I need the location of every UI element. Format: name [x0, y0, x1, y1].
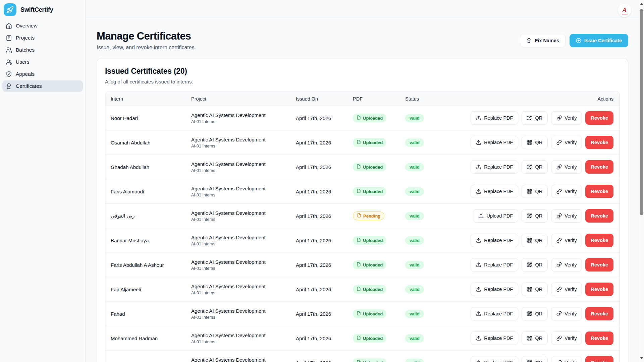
qr-button[interactable]: QR: [522, 160, 548, 174]
sidebar-item-batches[interactable]: Batches: [2, 44, 83, 56]
qr-code-icon: [527, 287, 532, 292]
qr-button[interactable]: QR: [522, 209, 548, 223]
intern-name: Fahad: [105, 311, 186, 317]
pdf-action-button[interactable]: Replace PDF: [471, 283, 518, 296]
pdf-status-badge: Uploaded: [353, 138, 386, 147]
sidebar-item-users[interactable]: Users: [2, 56, 83, 68]
verify-button[interactable]: Verify: [551, 111, 582, 125]
award-icon: [526, 38, 532, 43]
issued-date: April 17th, 2026: [290, 189, 347, 194]
status-badge: valid: [405, 212, 424, 220]
issued-date: April 17th, 2026: [290, 140, 347, 145]
pdf-action-button[interactable]: Replace PDF: [471, 185, 518, 198]
qr-button[interactable]: QR: [522, 258, 548, 272]
batch-label: AI-01 Interns: [191, 315, 290, 320]
pdf-action-button[interactable]: Replace PDF: [471, 136, 518, 149]
revoke-button[interactable]: Revoke: [585, 185, 613, 198]
qr-button[interactable]: QR: [522, 136, 548, 149]
revoke-button[interactable]: Revoke: [585, 283, 613, 296]
users-icon: [6, 47, 12, 53]
intern-name: Fajr Aljameeli: [105, 287, 186, 292]
upload-icon: [476, 262, 481, 267]
revoke-button[interactable]: Revoke: [585, 331, 613, 345]
qr-button[interactable]: QR: [522, 307, 548, 320]
revoke-button[interactable]: Revoke: [585, 234, 613, 247]
verify-button[interactable]: Verify: [551, 356, 582, 362]
pdf-action-button[interactable]: Replace PDF: [471, 356, 518, 362]
scrollbar-up-arrow-icon[interactable]: [640, 3, 643, 5]
status-badge: valid: [405, 334, 424, 343]
certificates-table: InternProjectIssued OnPDFStatusActions N…: [105, 92, 620, 362]
sidebar-item-overview[interactable]: Overview: [2, 20, 83, 32]
column-header-actions: Actions: [450, 96, 620, 102]
file-icon: [357, 336, 361, 341]
sidebar-item-projects[interactable]: Projects: [2, 32, 83, 44]
verify-button[interactable]: Verify: [551, 185, 582, 198]
column-header-intern: Intern: [105, 96, 186, 102]
revoke-button[interactable]: Revoke: [585, 209, 613, 223]
file-icon: [357, 238, 361, 243]
scrollbar[interactable]: [639, 0, 644, 362]
fix-names-button[interactable]: Fix Names: [520, 34, 566, 47]
scrollbar-down-arrow-icon[interactable]: [640, 357, 643, 359]
link-icon: [556, 164, 562, 170]
verify-button[interactable]: Verify: [551, 258, 582, 272]
revoke-button[interactable]: Revoke: [585, 160, 613, 174]
qr-button[interactable]: QR: [522, 111, 548, 125]
page-title: Manage Certificates: [97, 30, 196, 42]
upload-icon: [476, 140, 481, 145]
pdf-status-badge: Uploaded: [353, 260, 386, 269]
sidebar-item-label: Certificates: [16, 83, 42, 89]
table-row: Agentic AI Systems Development AI-01 Int…: [105, 350, 620, 362]
pdf-action-button[interactable]: Replace PDF: [471, 258, 518, 272]
qr-button[interactable]: QR: [522, 234, 548, 247]
verify-button[interactable]: Verify: [551, 331, 582, 345]
topbar: A: [86, 0, 639, 18]
sidebar-nav: Overview Projects Batches Users Appeals …: [2, 20, 83, 92]
revoke-button[interactable]: Revoke: [585, 258, 613, 272]
scrollbar-thumb[interactable]: [640, 9, 643, 215]
issue-certificate-button[interactable]: Issue Certificate: [570, 34, 628, 47]
verify-button[interactable]: Verify: [551, 234, 582, 247]
pdf-action-button[interactable]: Replace PDF: [471, 160, 518, 174]
table-row: Faris Abdullah A Ashour Agentic AI Syste…: [105, 252, 620, 277]
pdf-action-button[interactable]: Replace PDF: [471, 234, 518, 247]
qr-button[interactable]: QR: [522, 283, 548, 296]
qr-button[interactable]: QR: [522, 185, 548, 198]
qr-button[interactable]: QR: [522, 331, 548, 345]
pdf-action-button[interactable]: Upload PDF: [473, 209, 518, 223]
status-badge: valid: [405, 285, 424, 294]
upload-icon: [478, 213, 484, 219]
project-name: Agentic AI Systems Development: [191, 137, 290, 142]
users-round-icon: [6, 59, 12, 65]
status-badge: valid: [405, 114, 424, 122]
project-name: Agentic AI Systems Development: [191, 186, 290, 191]
verify-button[interactable]: Verify: [551, 136, 582, 149]
issued-date: April 17th, 2026: [290, 164, 347, 170]
verify-button[interactable]: Verify: [551, 283, 582, 296]
avatar[interactable]: A: [618, 4, 631, 17]
verify-button[interactable]: Verify: [551, 307, 582, 320]
file-icon: [357, 311, 361, 316]
qr-code-icon: [527, 140, 532, 145]
file-icon: [357, 213, 361, 219]
revoke-button[interactable]: Revoke: [585, 307, 613, 320]
qr-button[interactable]: QR: [522, 356, 548, 362]
verify-button[interactable]: Verify: [551, 160, 582, 174]
revoke-button[interactable]: Revoke: [585, 111, 613, 125]
pdf-action-button[interactable]: Replace PDF: [471, 307, 518, 320]
verify-button[interactable]: Verify: [551, 209, 582, 223]
table-row: Bandar Moshaya Agentic AI Systems Develo…: [105, 228, 620, 252]
main-area: A Manage Certificates Issue, view, and r…: [86, 0, 639, 362]
sidebar-item-certificates[interactable]: Certificates: [2, 80, 83, 92]
page-header: Manage Certificates Issue, view, and rev…: [97, 30, 628, 51]
intern-name: Ghadah Abdullah: [105, 164, 186, 170]
issued-date: April 17th, 2026: [290, 115, 347, 121]
revoke-button[interactable]: Revoke: [585, 356, 613, 362]
pdf-action-button[interactable]: Replace PDF: [471, 331, 518, 345]
sidebar: SwiftCertify Overview Projects Batches U…: [0, 0, 86, 362]
sidebar-item-appeals[interactable]: Appeals: [2, 68, 83, 80]
pdf-action-button[interactable]: Replace PDF: [471, 111, 518, 125]
revoke-button[interactable]: Revoke: [585, 136, 613, 149]
pdf-status-badge: Uploaded: [353, 334, 386, 343]
